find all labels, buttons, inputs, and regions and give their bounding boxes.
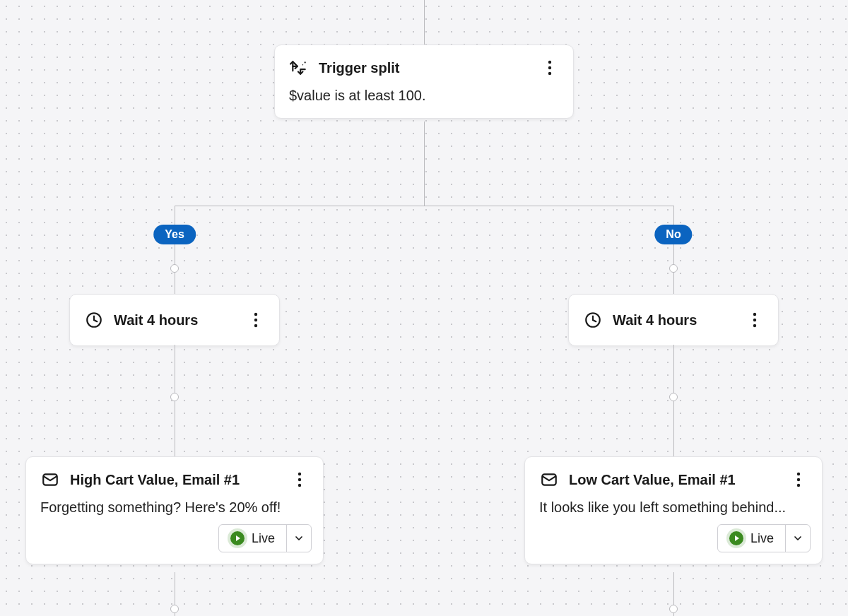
email-title: High Cart Value, Email #1 [70, 472, 290, 488]
email-node-no[interactable]: Low Cart Value, Email #1 It looks like y… [524, 456, 823, 564]
wait-node-no[interactable]: Wait 4 hours [568, 294, 779, 346]
branch-no-badge: No [654, 225, 692, 244]
node-menu-button[interactable] [290, 472, 309, 487]
branch-yes-badge: Yes [153, 225, 196, 244]
email-node-yes[interactable]: High Cart Value, Email #1 Forgetting som… [25, 456, 324, 564]
node-menu-button[interactable] [541, 60, 559, 76]
connector-dot [170, 264, 179, 273]
svg-point-3 [548, 66, 551, 69]
connector-line [424, 122, 425, 206]
status-dropdown[interactable]: Live [218, 524, 312, 552]
chevron-down-icon [786, 533, 810, 544]
svg-point-0 [305, 61, 306, 63]
svg-point-18 [797, 473, 800, 475]
svg-point-1 [302, 64, 304, 66]
connector-dot [669, 605, 678, 613]
svg-point-6 [254, 313, 257, 316]
svg-point-4 [548, 72, 551, 75]
status-label: Live [252, 531, 275, 546]
flow-canvas[interactable]: Trigger split $value is at least 100. Ye… [0, 0, 848, 616]
wait-node-yes[interactable]: Wait 4 hours [69, 294, 280, 346]
node-menu-button[interactable] [247, 312, 265, 328]
chevron-down-icon [287, 533, 311, 544]
wait-title: Wait 4 hours [613, 312, 746, 328]
trigger-split-node[interactable]: Trigger split $value is at least 100. [274, 45, 574, 119]
status-label: Live [750, 531, 774, 546]
connector-dot [170, 393, 179, 401]
svg-point-11 [753, 319, 756, 321]
trigger-title: Trigger split [319, 60, 541, 76]
svg-point-19 [797, 478, 800, 481]
connector-line [673, 206, 674, 294]
connector-dot [170, 605, 179, 613]
connector-line [424, 0, 425, 45]
svg-point-14 [298, 473, 301, 475]
clock-icon [583, 310, 603, 330]
live-status-icon [729, 531, 743, 545]
wait-title: Wait 4 hours [114, 312, 247, 328]
status-dropdown[interactable]: Live [717, 524, 811, 552]
trigger-condition: $value is at least 100. [275, 78, 573, 118]
svg-point-12 [753, 324, 756, 327]
live-status-icon [230, 531, 245, 545]
connector-line [175, 206, 673, 206]
clock-icon [84, 310, 104, 330]
svg-point-10 [753, 313, 756, 316]
svg-point-2 [548, 61, 551, 64]
connector-line [175, 206, 175, 294]
email-preview: Forgetting something? Here's 20% off! [26, 490, 323, 524]
email-title: Low Cart Value, Email #1 [569, 472, 789, 488]
email-preview: It looks like you left something behind.… [525, 490, 822, 524]
email-icon [40, 470, 60, 490]
connector-dot [669, 393, 678, 401]
node-menu-button[interactable] [789, 472, 808, 487]
svg-point-7 [254, 319, 257, 321]
svg-point-20 [797, 484, 800, 487]
node-menu-button[interactable] [746, 312, 764, 328]
email-icon [539, 470, 559, 490]
svg-point-15 [298, 478, 301, 481]
svg-point-8 [254, 324, 257, 327]
svg-point-16 [298, 484, 301, 487]
connector-dot [669, 264, 678, 273]
split-icon [289, 58, 309, 78]
